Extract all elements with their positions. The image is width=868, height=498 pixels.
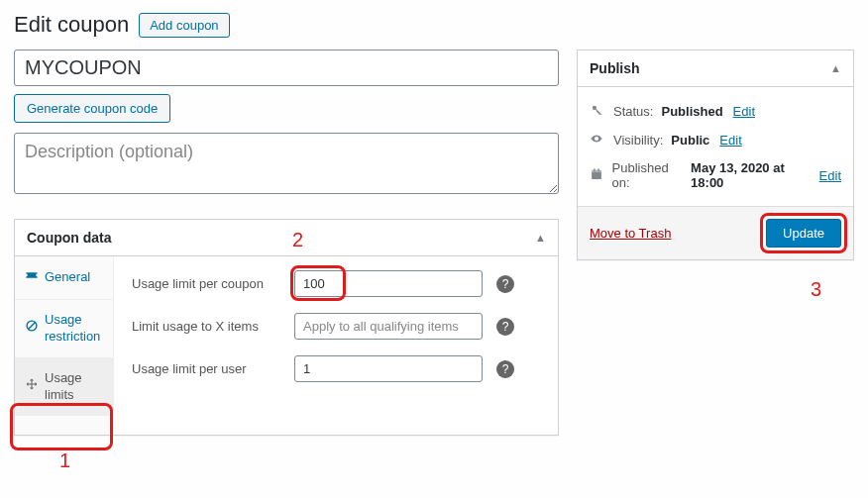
key-icon	[590, 103, 605, 120]
published-on-label: Published on:	[612, 160, 684, 190]
update-button[interactable]: Update	[766, 219, 841, 248]
limit-per-user-input[interactable]	[294, 355, 483, 382]
published-on-value: May 13, 2020 at 18:00	[691, 160, 810, 190]
help-icon[interactable]: ?	[496, 360, 514, 378]
ticket-icon	[25, 268, 39, 287]
description-textarea[interactable]	[14, 133, 559, 194]
svg-rect-6	[597, 168, 598, 171]
svg-line-1	[29, 323, 36, 330]
limit-x-items-input[interactable]	[294, 313, 483, 340]
collapse-icon[interactable]: ▲	[535, 232, 546, 244]
page-title: Edit coupon	[14, 12, 129, 38]
status-label: Status:	[613, 104, 653, 119]
limit-x-items-label: Limit usage to X items	[132, 319, 280, 334]
svg-rect-5	[594, 168, 595, 171]
publish-box: Publish ▲ Status: Published Edit Visibil…	[577, 50, 854, 260]
visibility-value: Public	[671, 133, 709, 148]
collapse-icon[interactable]: ▲	[830, 62, 841, 74]
generate-code-button[interactable]: Generate coupon code	[14, 94, 170, 123]
no-icon	[25, 319, 39, 338]
svg-rect-4	[592, 169, 601, 171]
help-icon[interactable]: ?	[496, 275, 514, 293]
tab-usage-restriction[interactable]: Usage restriction	[15, 300, 113, 358]
coupon-data-header[interactable]: Coupon data ▲	[15, 220, 558, 256]
limit-per-user-label: Usage limit per user	[132, 361, 280, 376]
tab-general[interactable]: General	[15, 256, 113, 300]
tab-usage-limits-label: Usage limits	[45, 370, 103, 404]
tab-usage-restriction-label: Usage restriction	[45, 312, 103, 346]
help-icon[interactable]: ?	[496, 318, 514, 336]
status-edit-link[interactable]: Edit	[733, 104, 755, 119]
visibility-label: Visibility:	[613, 133, 663, 148]
limit-per-coupon-label: Usage limit per coupon	[132, 276, 280, 291]
coupon-data-box: Coupon data ▲ General Usage re	[14, 219, 559, 436]
coupon-code-input[interactable]	[14, 50, 559, 86]
limit-per-coupon-input[interactable]	[294, 270, 483, 297]
visibility-edit-link[interactable]: Edit	[719, 133, 741, 148]
tab-usage-limits[interactable]: Usage limits	[15, 358, 113, 417]
eye-icon	[590, 132, 605, 149]
move-icon	[25, 377, 39, 396]
publish-title: Publish	[590, 60, 640, 76]
publish-header[interactable]: Publish ▲	[578, 50, 853, 87]
add-coupon-button[interactable]: Add coupon	[139, 13, 229, 38]
annotation-number-3: 3	[811, 278, 868, 301]
calendar-icon	[590, 167, 604, 184]
coupon-data-title: Coupon data	[27, 230, 112, 246]
tab-general-label: General	[45, 269, 103, 286]
status-value: Published	[661, 104, 722, 119]
annotation-number-1: 1	[59, 449, 604, 472]
move-to-trash-link[interactable]: Move to Trash	[590, 226, 671, 241]
published-on-edit-link[interactable]: Edit	[819, 168, 841, 183]
